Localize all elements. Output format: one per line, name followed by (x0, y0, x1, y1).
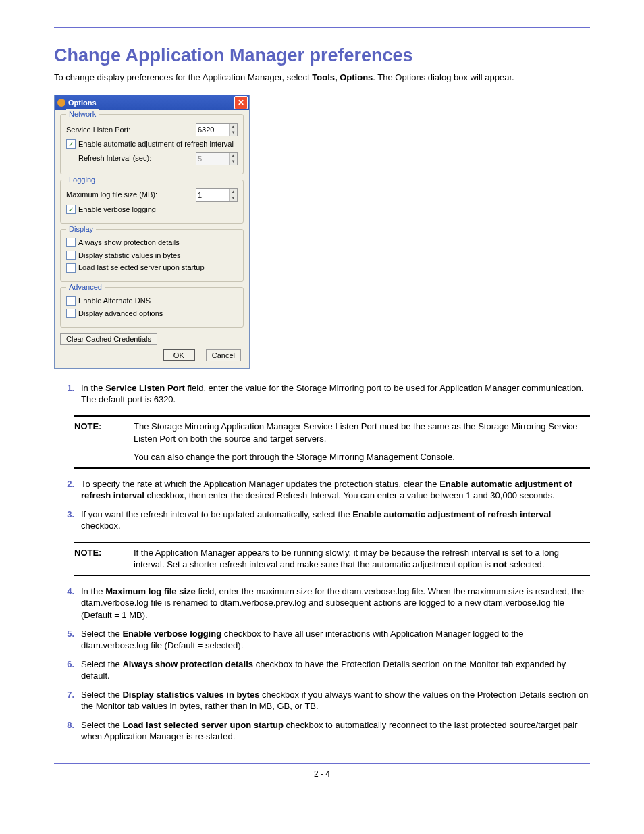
protection-details-label: Always show protection details (78, 238, 180, 248)
verbose-checkbox[interactable]: ✓ (66, 205, 76, 214)
step-number: 4. (54, 585, 81, 621)
display-legend: Display (66, 224, 96, 234)
options-dialog: Options ✕ Network Service Listen Port: ▲… (54, 95, 250, 369)
stats-bytes-checkbox[interactable] (66, 251, 76, 260)
bold: Always show protection details (122, 659, 253, 669)
step-7: 7. Select the Display statistics values … (54, 689, 590, 712)
page-title: Change Application Manager preferences (54, 43, 590, 68)
advanced-group: Advanced Enable Alternate DNS Display ad… (60, 287, 244, 328)
text: checkbox. (81, 521, 121, 531)
step-8: 8. Select the Load last selected server … (54, 719, 590, 743)
auto-refresh-label: Enable automatic adjustment of refresh i… (78, 139, 234, 149)
spinner-down-icon[interactable]: ▼ (230, 130, 237, 136)
close-icon[interactable]: ✕ (234, 96, 248, 109)
load-last-server-checkbox[interactable] (66, 263, 76, 273)
top-rule (54, 27, 590, 28)
intro-text-a: To change display preferences for the Ap… (54, 72, 312, 82)
step-number: 1. (54, 382, 81, 406)
listen-port-input[interactable]: ▲▼ (196, 123, 238, 136)
spinner-up-icon[interactable]: ▲ (230, 124, 237, 130)
refresh-interval-input: ▲▼ (196, 152, 238, 165)
step-1: 1. In the Service Listen Port field, ent… (54, 382, 590, 406)
page-footer: 2 - 4 (54, 763, 590, 779)
text: If you want the refresh interval to be u… (81, 509, 352, 519)
intro-paragraph: To change display preferences for the Ap… (54, 72, 590, 84)
text: In the (81, 383, 105, 393)
step-number: 6. (54, 658, 81, 682)
advanced-legend: Advanced (66, 282, 105, 292)
stats-bytes-label: Display statistic values in bytes (78, 251, 181, 261)
step-number: 5. (54, 628, 81, 652)
note-2: NOTE: If the Application Manager appears… (74, 542, 590, 576)
text: Select the (81, 629, 122, 639)
network-group: Network Service Listen Port: ▲▼ ✓ Enable… (60, 114, 244, 174)
spinner-up-icon: ▲ (230, 153, 237, 159)
step-number: 7. (54, 689, 81, 712)
step-6: 6. Select the Always show protection det… (54, 658, 590, 682)
note-text-1: The Storage Mirroring Application Manage… (134, 421, 590, 444)
cancel-button[interactable]: Cancel (206, 349, 241, 361)
note-text-2: You can also change the port through the… (134, 451, 590, 463)
load-last-server-label: Load last selected server upon startup (78, 263, 205, 273)
logging-legend: Logging (66, 175, 98, 185)
step-number: 3. (54, 509, 81, 532)
network-legend: Network (66, 109, 99, 120)
listen-port-field[interactable] (196, 124, 229, 136)
page-number: 2 - 4 (314, 769, 330, 779)
max-log-field[interactable] (196, 189, 229, 201)
instructions-list: 4. In the Maximum log file size field, e… (54, 585, 590, 743)
text: checkbox, then enter the desired Refresh… (144, 490, 555, 500)
ok-button[interactable]: OK (163, 349, 195, 361)
listen-port-label: Service Listen Port: (66, 125, 196, 135)
ok-label: K (179, 351, 184, 359)
text: In the (81, 586, 105, 596)
clear-credentials-button[interactable]: Clear Cached Credentials (60, 333, 157, 345)
note-label: NOTE: (74, 421, 122, 463)
app-icon (57, 99, 65, 107)
step-2: 2. To specify the rate at which the Appl… (54, 478, 590, 502)
step-4: 4. In the Maximum log file size field, e… (54, 585, 590, 621)
advanced-options-checkbox[interactable] (66, 309, 76, 318)
bold: Enable automatic adjustment of refresh i… (352, 509, 551, 519)
bold: not (493, 559, 507, 569)
verbose-label: Enable verbose logging (78, 205, 156, 215)
note-1: NOTE: The Storage Mirroring Application … (74, 415, 590, 469)
refresh-interval-label: Refresh Interval (sec): (78, 153, 196, 163)
auto-refresh-checkbox[interactable]: ✓ (66, 139, 76, 149)
bold: Display statistics values in bytes (122, 689, 259, 700)
alt-dns-checkbox[interactable] (66, 296, 76, 306)
alt-dns-label: Enable Alternate DNS (78, 296, 151, 306)
text: Select the (81, 689, 122, 700)
step-5: 5. Select the Enable verbose logging che… (54, 628, 590, 652)
logging-group: Logging Maximum log file size (MB): ▲▼ ✓… (60, 180, 244, 224)
intro-bold: Tools, Options (312, 72, 373, 82)
bold: Service Listen Port (105, 383, 185, 393)
protection-details-checkbox[interactable] (66, 238, 76, 247)
step-3: 3. If you want the refresh interval to b… (54, 509, 590, 532)
step-number: 2. (54, 478, 81, 502)
text: Select the (81, 659, 122, 669)
dialog-title: Options (68, 98, 97, 108)
bold: Maximum log file size (105, 586, 196, 596)
note-label: NOTE: (74, 547, 122, 571)
cancel-label: ancel (217, 351, 235, 359)
text: To specify the rate at which the Applica… (81, 479, 439, 489)
spinner-down-icon[interactable]: ▼ (230, 195, 237, 201)
bold: Enable verbose logging (122, 629, 221, 639)
display-group: Display Always show protection details D… (60, 229, 244, 282)
titlebar: Options ✕ (55, 95, 249, 110)
spinner-down-icon: ▼ (230, 159, 237, 165)
text: selected. (507, 559, 545, 569)
spinner-up-icon[interactable]: ▲ (230, 189, 237, 195)
note-text: If the Application Manager appears to be… (134, 547, 590, 571)
text: Select the (81, 720, 122, 730)
advanced-options-label: Display advanced options (78, 309, 163, 319)
refresh-interval-field (196, 153, 229, 165)
instructions-list: 2. To specify the rate at which the Appl… (54, 478, 590, 532)
intro-text-c: . The Options dialog box will appear. (373, 72, 514, 82)
max-log-input[interactable]: ▲▼ (196, 188, 238, 202)
instructions-list: 1. In the Service Listen Port field, ent… (54, 382, 590, 406)
bold: Load last selected server upon startup (122, 720, 283, 730)
max-log-label: Maximum log file size (MB): (66, 190, 196, 200)
step-number: 8. (54, 719, 81, 743)
